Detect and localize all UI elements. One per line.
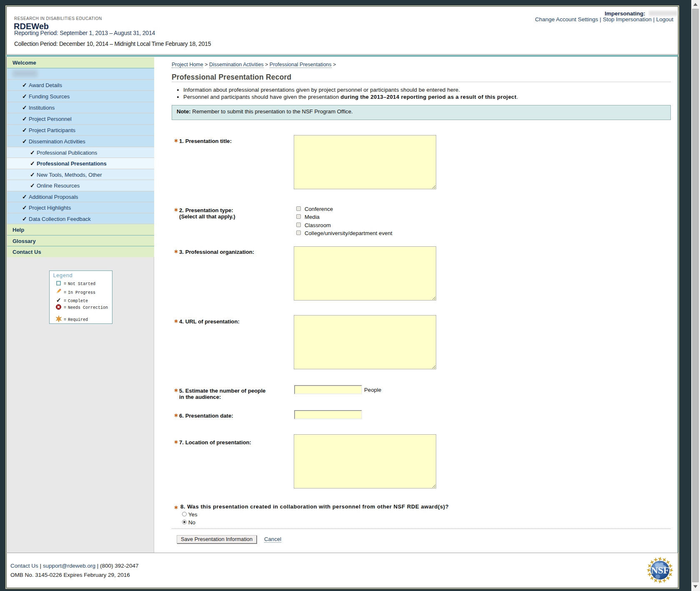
svg-text:NSF: NSF (651, 565, 669, 576)
